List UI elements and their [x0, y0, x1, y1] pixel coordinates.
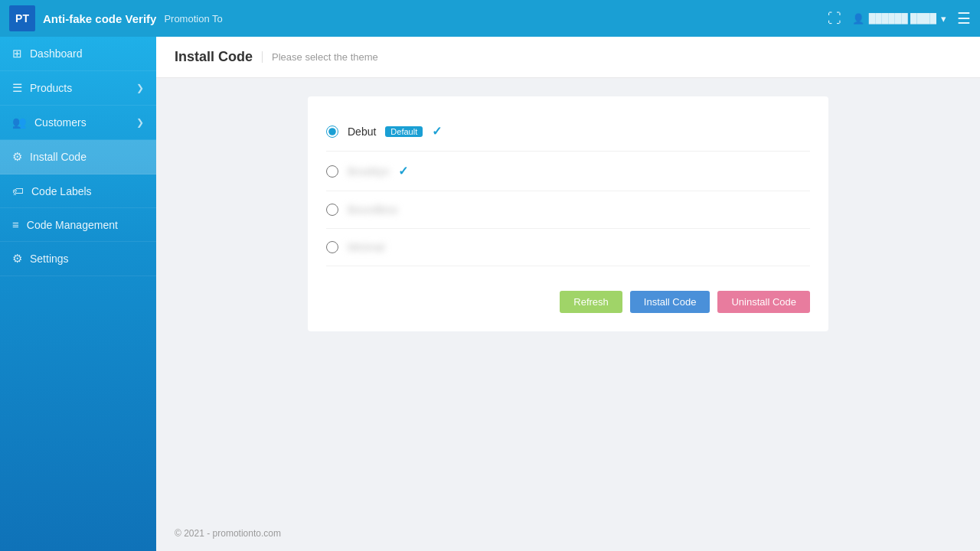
sidebar-item-label: Products: [30, 82, 72, 94]
customers-icon: 👥: [12, 116, 27, 129]
sidebar-item-settings[interactable]: ⚙ Settings: [0, 242, 156, 276]
page-subtitle: Please select the theme: [262, 51, 378, 63]
page-title: Install Code: [175, 49, 253, 65]
check-icon-debut: ✓: [432, 124, 442, 139]
check-icon-2: ✓: [398, 164, 408, 178]
hamburger-icon[interactable]: ☰: [957, 9, 971, 28]
code-management-icon: ≡: [12, 218, 19, 231]
theme-option-3[interactable]: Boundless: [326, 191, 810, 229]
sidebar: ⊞ Dashboard ☰ Products ❯ 👥 Customers ❯ ⚙…: [0, 37, 156, 551]
products-icon: ☰: [12, 81, 22, 95]
theme-name-2: Brooklyn: [348, 165, 389, 178]
sidebar-item-label: Customers: [34, 116, 87, 129]
sidebar-item-code-management[interactable]: ≡ Code Management: [0, 208, 156, 242]
sidebar-item-label: Code Labels: [31, 185, 92, 197]
app-title: Anti-fake code Verify: [43, 12, 156, 25]
sidebar-item-label: Dashboard: [30, 47, 83, 60]
theme-option-4[interactable]: Minimal: [326, 229, 810, 266]
logo: PT: [9, 5, 35, 31]
theme-option-debut[interactable]: Debut Default ✓: [326, 112, 810, 152]
sidebar-item-label: Code Management: [27, 219, 118, 231]
theme-name-3: Boundless: [348, 204, 397, 216]
theme-card: Debut Default ✓ Brooklyn ✓ Boundless: [308, 96, 828, 331]
theme-radio-4[interactable]: [326, 241, 338, 253]
fullscreen-icon[interactable]: ⛶: [828, 11, 841, 27]
layout: ⊞ Dashboard ☰ Products ❯ 👥 Customers ❯ ⚙…: [0, 37, 980, 551]
sidebar-item-customers[interactable]: 👥 Customers ❯: [0, 106, 156, 140]
dashboard-icon: ⊞: [12, 47, 22, 60]
footer-text: © 2021 - promotionto.com: [175, 528, 281, 539]
sidebar-item-label: Settings: [30, 253, 69, 265]
header: PT Anti-fake code Verify Promotion To ⛶ …: [0, 0, 980, 37]
sidebar-item-products[interactable]: ☰ Products ❯: [0, 71, 156, 106]
footer: © 2021 - promotionto.com: [156, 516, 980, 551]
content-area: Debut Default ✓ Brooklyn ✓ Boundless: [156, 78, 980, 516]
theme-option-2[interactable]: Brooklyn ✓: [326, 152, 810, 191]
user-dropdown-icon: ▾: [941, 13, 946, 24]
arrow-icon: ❯: [136, 83, 144, 93]
theme-badge-debut: Default: [385, 126, 423, 137]
sidebar-item-code-labels[interactable]: 🏷 Code Labels: [0, 174, 156, 208]
user-icon: 👤: [852, 13, 864, 24]
code-labels-icon: 🏷: [12, 184, 24, 197]
sidebar-item-install-code[interactable]: ⚙ Install Code: [0, 140, 156, 174]
page-header: Install Code Please select the theme: [156, 37, 980, 78]
button-row: Refresh Install Code Uninstall Code: [326, 282, 810, 313]
install-code-button[interactable]: Install Code: [630, 291, 710, 313]
theme-radio-3[interactable]: [326, 204, 338, 216]
main-content: Install Code Please select the theme Deb…: [156, 37, 980, 551]
theme-name-4: Minimal: [348, 241, 384, 253]
user-name: ██████ ████: [869, 13, 936, 24]
settings-icon: ⚙: [12, 252, 22, 266]
user-menu[interactable]: 👤 ██████ ████ ▾: [852, 13, 946, 24]
theme-radio-debut[interactable]: [326, 126, 338, 138]
theme-radio-2[interactable]: [326, 165, 338, 178]
arrow-icon: ❯: [136, 117, 144, 128]
refresh-button[interactable]: Refresh: [560, 291, 622, 313]
uninstall-code-button[interactable]: Uninstall Code: [717, 291, 810, 313]
app-subtitle: Promotion To: [164, 13, 222, 24]
sidebar-item-dashboard[interactable]: ⊞ Dashboard: [0, 37, 156, 71]
header-left: PT Anti-fake code Verify Promotion To: [9, 5, 223, 31]
install-code-icon: ⚙: [12, 150, 22, 164]
sidebar-item-label: Install Code: [30, 151, 87, 163]
header-right: ⛶ 👤 ██████ ████ ▾ ☰: [828, 9, 971, 28]
theme-name-debut: Debut: [348, 126, 376, 138]
